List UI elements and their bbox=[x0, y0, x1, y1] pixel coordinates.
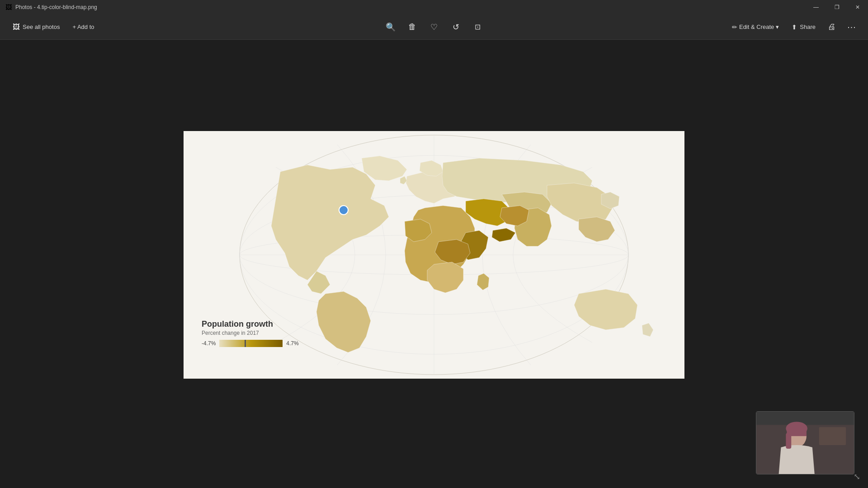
title-bar-left: 🖼 Photos - 4.tip-color-blind-map.png bbox=[5, 4, 97, 11]
zoom-icon: 🔍 bbox=[386, 22, 396, 32]
rotate-icon: ↺ bbox=[453, 22, 459, 32]
expand-icon[interactable]: ⤡ bbox=[854, 472, 860, 482]
heart-icon: ♡ bbox=[430, 22, 438, 32]
toolbar-left: 🖼 See all photos + Add to bbox=[7, 20, 99, 34]
svg-rect-9 bbox=[819, 427, 846, 445]
app-icon: 🖼 bbox=[5, 4, 12, 11]
chevron-down-icon: ▾ bbox=[776, 23, 779, 30]
crop-button[interactable]: ⊡ bbox=[468, 18, 486, 36]
close-button[interactable]: ✕ bbox=[847, 0, 868, 14]
favorite-button[interactable]: ♡ bbox=[425, 18, 443, 36]
toolbar: 🖼 See all photos + Add to 🔍 🗑 ♡ ↺ ⊡ ✏ Ed… bbox=[0, 14, 868, 40]
see-all-photos-label: See all photos bbox=[23, 23, 60, 30]
video-feed bbox=[756, 411, 854, 474]
rotate-button[interactable]: ↺ bbox=[447, 18, 465, 36]
share-label: Share bbox=[800, 23, 816, 30]
legend-bar-notch bbox=[245, 340, 246, 347]
legend-bar-container: -4.7% 4.7% bbox=[202, 340, 299, 347]
legend-subtitle: Percent change in 2017 bbox=[202, 330, 299, 336]
svg-rect-13 bbox=[786, 433, 791, 449]
legend-min-value: -4.7% bbox=[202, 340, 216, 347]
map-area: Population growth Percent change in 2017… bbox=[184, 131, 684, 379]
edit-create-button[interactable]: ✏ Edit & Create ▾ bbox=[726, 21, 784, 33]
window-title: Photos - 4.tip-color-blind-map.png bbox=[15, 4, 97, 10]
legend-title: Population growth bbox=[202, 319, 299, 329]
legend-bar bbox=[219, 340, 283, 347]
more-icon: ··· bbox=[847, 22, 856, 32]
more-button[interactable]: ··· bbox=[843, 18, 861, 36]
restore-button[interactable]: ❐ bbox=[826, 0, 847, 14]
main-content: Population growth Percent change in 2017… bbox=[0, 40, 868, 488]
share-icon: ⬆ bbox=[792, 23, 797, 31]
bottom-bar: ⤡ bbox=[845, 465, 868, 488]
print-icon: 🖨 bbox=[828, 22, 836, 32]
title-bar: 🖼 Photos - 4.tip-color-blind-map.png — ❐… bbox=[0, 0, 868, 14]
toolbar-center: 🔍 🗑 ♡ ↺ ⊡ bbox=[382, 18, 486, 36]
map-marker bbox=[339, 206, 348, 215]
toolbar-right: ✏ Edit & Create ▾ ⬆ Share 🖨 ··· bbox=[726, 18, 861, 36]
video-inner bbox=[756, 412, 854, 474]
photos-icon: 🖼 bbox=[13, 23, 20, 31]
legend: Population growth Percent change in 2017… bbox=[202, 319, 299, 347]
zoom-button[interactable]: 🔍 bbox=[382, 18, 400, 36]
see-all-photos-button[interactable]: 🖼 See all photos bbox=[7, 20, 65, 34]
add-to-label: + Add to bbox=[72, 23, 94, 30]
legend-max-value: 4.7% bbox=[286, 340, 298, 347]
edit-create-label: Edit & Create bbox=[739, 23, 774, 30]
print-button[interactable]: 🖨 bbox=[823, 18, 841, 36]
add-to-button[interactable]: + Add to bbox=[67, 21, 99, 33]
photo-container: Population growth Percent change in 2017… bbox=[184, 131, 684, 379]
edit-icon: ✏ bbox=[732, 23, 737, 31]
video-overlay bbox=[756, 411, 854, 474]
share-button[interactable]: ⬆ Share bbox=[786, 21, 821, 33]
crop-icon: ⊡ bbox=[475, 23, 481, 31]
delete-icon: 🗑 bbox=[408, 22, 416, 32]
minimize-button[interactable]: — bbox=[806, 0, 826, 14]
delete-button[interactable]: 🗑 bbox=[403, 18, 421, 36]
title-bar-controls: — ❐ ✕ bbox=[806, 0, 868, 14]
